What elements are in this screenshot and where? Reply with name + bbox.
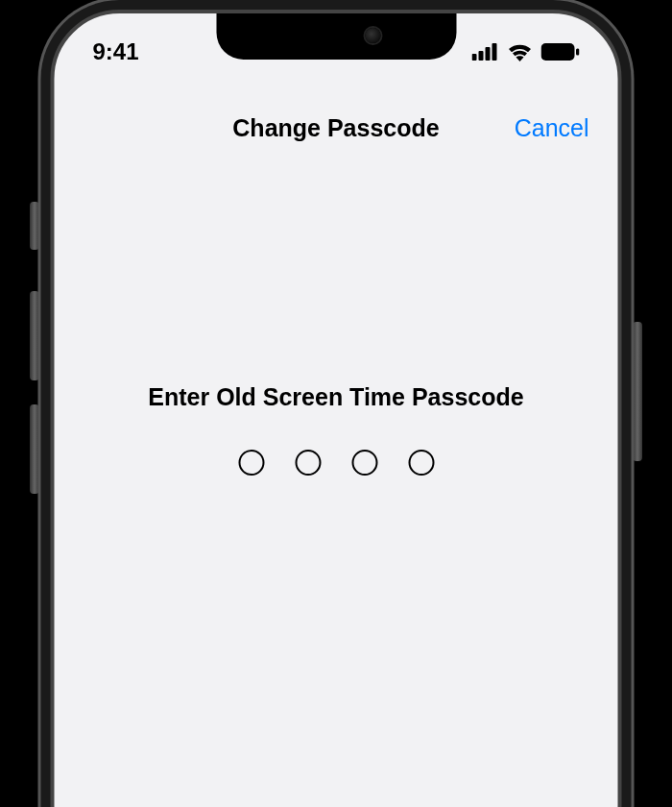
volume-up-button: [30, 291, 39, 380]
phone-frame: 9:41: [51, 10, 622, 807]
svg-rect-1: [479, 51, 484, 61]
passcode-dot-3: [351, 450, 377, 476]
svg-rect-2: [486, 47, 491, 61]
svg-rect-0: [472, 54, 477, 61]
passcode-prompt: Enter Old Screen Time Passcode: [55, 383, 618, 411]
mute-switch: [30, 202, 39, 250]
cellular-signal-icon: [472, 43, 499, 61]
status-icons: [472, 43, 580, 61]
front-camera: [365, 28, 380, 43]
passcode-entry-area: Enter Old Screen Time Passcode: [55, 383, 618, 476]
notch: [216, 13, 456, 60]
wifi-icon: [508, 43, 533, 61]
status-time: 9:41: [93, 38, 139, 65]
cancel-button[interactable]: Cancel: [515, 114, 589, 142]
svg-rect-5: [576, 49, 580, 56]
passcode-dots[interactable]: [55, 450, 618, 476]
passcode-dot-1: [238, 450, 264, 476]
volume-down-button: [30, 404, 39, 494]
svg-rect-3: [492, 43, 497, 61]
passcode-dot-4: [408, 450, 434, 476]
forgot-passcode-area: Forgot Passcode?: [55, 785, 618, 807]
navigation-bar: Change Passcode Cancel: [55, 114, 618, 142]
power-button: [633, 322, 642, 461]
battery-icon: [541, 43, 580, 61]
page-title: Change Passcode: [232, 114, 439, 142]
svg-rect-4: [541, 43, 575, 61]
passcode-dot-2: [295, 450, 321, 476]
